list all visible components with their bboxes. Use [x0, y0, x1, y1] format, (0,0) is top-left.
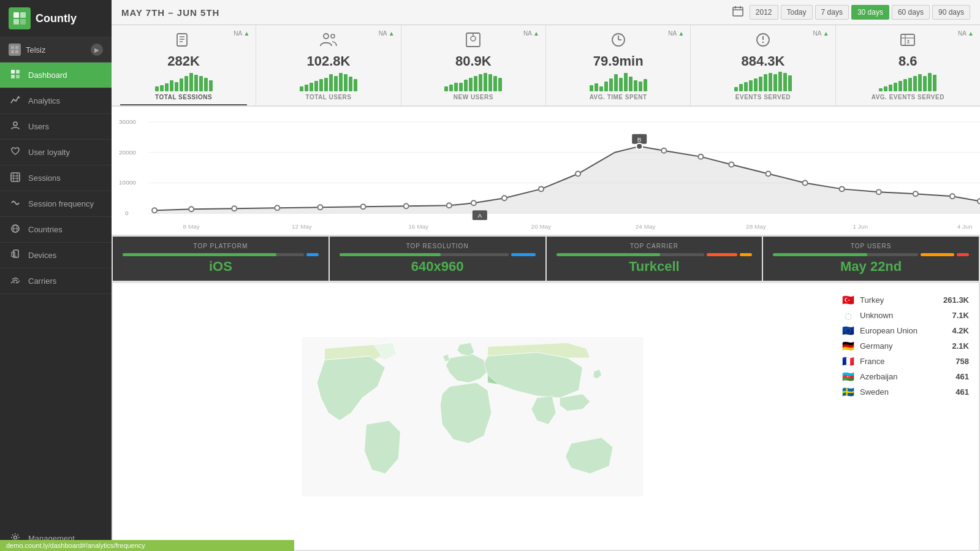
- bar: [734, 87, 738, 91]
- time-btn-7days[interactable]: 7 days: [815, 5, 849, 20]
- sidebar-item-devices[interactable]: Devices: [0, 243, 112, 268]
- bar: [300, 86, 303, 91]
- map-container: [113, 283, 832, 550]
- panel-label-platform: TOP PLATFORM: [123, 243, 319, 249]
- calendar-icon[interactable]: [732, 6, 743, 19]
- map-legend: 🇹🇷 Turkey 261.3K ◌ Unknown 7.1K 🇪🇺 Europ…: [832, 283, 979, 550]
- sessions-icon: [9, 172, 22, 184]
- flag-azerbaijan: 🇦🇿: [841, 373, 855, 381]
- stat-total-users[interactable]: NA ▲ 102.8K TOTAL USERS: [256, 25, 401, 105]
- svg-rect-10: [11, 75, 15, 78]
- panel-bar-fill: [556, 253, 660, 256]
- sidebar-item-analytics[interactable]: Analytics: [0, 88, 112, 114]
- time-btn-30days[interactable]: 30 days: [851, 5, 889, 20]
- svg-text:28 May: 28 May: [746, 223, 766, 230]
- legend-name-unknown: Unknown: [860, 311, 952, 320]
- legend-row-eu: 🇪🇺 European Union 4.2K: [841, 326, 969, 335]
- legend-val-eu: 4.2K: [952, 326, 969, 335]
- bar: [314, 81, 318, 91]
- svg-text:0: 0: [125, 210, 129, 216]
- bar: [165, 83, 169, 91]
- svg-point-24: [14, 536, 17, 539]
- time-btn-90days[interactable]: 90 days: [932, 5, 970, 20]
- legend-row-azerbaijan: 🇦🇿 Azerbaijan 461: [841, 372, 969, 381]
- bar: [773, 74, 777, 91]
- svg-rect-9: [16, 70, 20, 74]
- sidebar-item-user-loyalty[interactable]: User loyalty: [0, 140, 112, 165]
- bar: [310, 83, 313, 91]
- bar: [889, 85, 892, 91]
- account-play-button[interactable]: ▶: [91, 44, 103, 56]
- panel-bar-fill: [306, 253, 319, 256]
- account-selector[interactable]: Telsiz ▶: [0, 37, 112, 63]
- flag-eu: 🇪🇺: [841, 327, 855, 335]
- panel-label-users: TOP USERS: [773, 243, 969, 249]
- stat-new-users[interactable]: NA ▲ 80.9K NEW USERS: [401, 25, 546, 105]
- legend-val-azerbaijan: 461: [955, 372, 969, 381]
- sidebar-item-sessions[interactable]: Sessions: [0, 165, 112, 191]
- bar: [498, 78, 502, 91]
- sidebar-item-users[interactable]: Users: [0, 114, 112, 140]
- bar: [764, 74, 767, 91]
- bar: [305, 85, 308, 91]
- svg-point-34: [331, 34, 335, 38]
- bar: [749, 80, 753, 91]
- panel-top-carrier[interactable]: TOP CARRIER Turkcell: [547, 237, 762, 281]
- legend-name-turkey: Turkey: [860, 295, 943, 305]
- sidebar-item-label: Carriers: [28, 276, 56, 286]
- bar: [160, 85, 164, 91]
- panel-label-resolution: TOP RESOLUTION: [340, 243, 536, 249]
- panel-bar-track: [773, 253, 918, 256]
- sidebar-item-session-frequency[interactable]: Session frequency: [0, 191, 112, 217]
- bar: [778, 72, 782, 91]
- carriers-icon: [9, 275, 22, 287]
- sidebar-item-carriers[interactable]: Carriers: [0, 268, 112, 294]
- countries-icon: [9, 224, 22, 235]
- bar: [744, 82, 748, 91]
- stat-total-sessions[interactable]: NA ▲ 282K TOTAL SESSIONS: [112, 25, 256, 105]
- bar: [204, 78, 208, 91]
- bar: [479, 74, 482, 91]
- chart-dot: [232, 206, 237, 211]
- events-stat-icon: [699, 31, 826, 52]
- svg-rect-1: [20, 12, 26, 18]
- bar: [884, 86, 887, 91]
- bar: [590, 85, 593, 91]
- panel-bar-track: [123, 253, 304, 256]
- sidebar-item-countries[interactable]: Countries: [0, 217, 112, 243]
- bar: [209, 80, 213, 91]
- stat-events-served[interactable]: NA ▲ 884.3K EVENTS SERVED: [691, 25, 835, 105]
- svg-rect-29: [177, 34, 187, 46]
- time-btn-today[interactable]: Today: [781, 5, 813, 20]
- account-name: Telsiz: [26, 45, 91, 55]
- stat-label-events: EVENTS SERVED: [699, 91, 826, 104]
- map-section: 🇹🇷 Turkey 261.3K ◌ Unknown 7.1K 🇪🇺 Europ…: [113, 283, 979, 550]
- sidebar-item-label: Analytics: [28, 96, 60, 105]
- panel-top-users[interactable]: TOP USERS May 22nd: [763, 237, 979, 281]
- stat-value-total-sessions: 282K: [120, 53, 247, 69]
- sidebar-item-dashboard[interactable]: Dashboard: [0, 63, 112, 88]
- stat-avg-events[interactable]: NA ▲ 8.6 AVG. EVENTS SERVED: [836, 25, 980, 105]
- sidebar: Countly Telsiz ▶ Dashboard Analytics Use…: [0, 0, 112, 551]
- panel-top-resolution[interactable]: TOP RESOLUTION 640x960: [330, 237, 545, 281]
- chart-dot: [317, 205, 322, 210]
- stat-avg-time-spent[interactable]: NA ▲ 79.9min AVG. TIME SPENT: [546, 25, 691, 105]
- bar: [329, 74, 333, 91]
- stat-value-total-users: 102.8K: [265, 53, 392, 69]
- bar: [170, 80, 173, 91]
- time-btn-60days[interactable]: 60 days: [892, 5, 930, 20]
- panel-bar-track: [707, 253, 737, 256]
- time-btn-2012[interactable]: 2012: [750, 5, 778, 20]
- legend-row-sweden: 🇸🇪 Sweden 461: [841, 387, 969, 397]
- panel-top-platform[interactable]: TOP PLATFORM iOS: [113, 237, 329, 281]
- chart-dot: [698, 154, 703, 159]
- svg-rect-11: [16, 75, 20, 78]
- legend-val-sweden: 461: [955, 387, 969, 397]
- stat-value-avg-time: 79.9min: [555, 53, 682, 69]
- svg-text:12 May: 12 May: [292, 223, 312, 230]
- panel-bar-fill: [773, 253, 867, 256]
- sidebar-item-label: Session frequency: [28, 199, 94, 208]
- svg-text:20000: 20000: [119, 149, 136, 156]
- header: MAY 7TH – JUN 5TH 2012 Today 7 days 30 d…: [112, 0, 980, 25]
- chart-dot: [978, 199, 980, 203]
